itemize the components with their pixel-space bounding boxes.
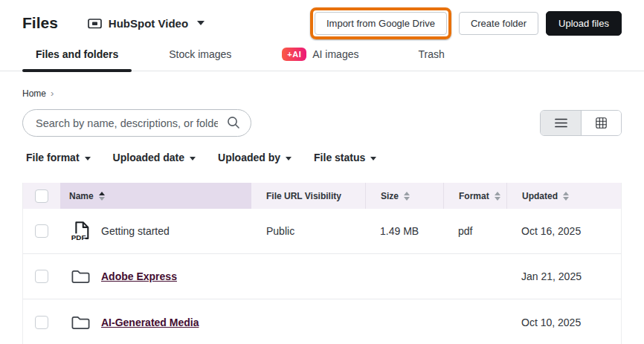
filter-label: File format <box>26 152 80 163</box>
header-actions: Import from Google Drive Create folder U… <box>310 7 622 39</box>
search-wrap <box>22 109 251 137</box>
filter-uploaded-date[interactable]: Uploaded date <box>113 152 196 163</box>
list-icon <box>555 118 567 128</box>
annotation-highlight: Import from Google Drive <box>310 7 451 39</box>
row-checkbox[interactable] <box>35 316 48 329</box>
column-label: Name <box>69 191 94 201</box>
row-checkbox[interactable] <box>35 270 48 283</box>
row-checkbox-cell <box>23 270 60 283</box>
tab-ai-images[interactable]: +AI AI images <box>268 42 372 71</box>
page-title: Files <box>22 14 58 32</box>
search-icon <box>227 116 240 132</box>
ai-badge: +AI <box>282 48 306 61</box>
sort-icons <box>563 192 569 201</box>
file-source-picker[interactable]: HubSpot Video <box>88 17 205 30</box>
sort-asc-icon <box>99 192 105 195</box>
updated-cell: Oct 10, 2025 <box>506 317 621 328</box>
column-label: Updated <box>522 191 558 201</box>
pdf-file-icon: PDF <box>69 220 91 243</box>
video-icon <box>88 18 103 29</box>
chevron-down-icon <box>197 21 205 25</box>
filter-file-format[interactable]: File format <box>26 152 91 163</box>
chevron-down-icon <box>370 157 376 160</box>
view-toggle <box>540 110 622 136</box>
sort-icons <box>495 192 500 201</box>
table-row: PDF Getting started Public 1.49 MB pdf O… <box>23 209 621 254</box>
filter-label: Uploaded date <box>113 152 184 163</box>
tab-label: AI images <box>312 48 358 60</box>
files-table: Name File URL Visibility Size Format Upd… <box>22 183 622 344</box>
updated-cell: Oct 16, 2025 <box>506 225 621 237</box>
table-row: AI-Generated Media Oct 10, 2025 <box>23 299 621 344</box>
name-cell: PDF Getting started <box>60 220 251 243</box>
size-cell: 1.49 MB <box>365 225 443 237</box>
tab-bar: Files and folders Stock images +AI AI im… <box>0 42 644 71</box>
chevron-down-icon <box>85 157 91 160</box>
column-header-name[interactable]: Name <box>60 183 251 209</box>
svg-text:PDF: PDF <box>71 233 86 241</box>
column-header-visibility: File URL Visibility <box>251 183 365 209</box>
sort-asc-icon <box>404 192 410 195</box>
filter-label: File status <box>314 152 365 163</box>
tab-label: Files and folders <box>36 48 118 60</box>
sort-desc-icon <box>563 197 569 201</box>
upload-files-button[interactable]: Upload files <box>546 11 622 36</box>
column-header-size[interactable]: Size <box>365 183 443 209</box>
row-checkbox[interactable] <box>35 224 48 238</box>
tab-label: Stock images <box>169 48 231 60</box>
table-header-row: Name File URL Visibility Size Format Upd… <box>23 183 621 209</box>
sort-asc-icon <box>563 192 569 195</box>
filter-bar: File format Uploaded date Uploaded by Fi… <box>0 137 644 163</box>
column-label: Size <box>381 191 399 201</box>
tab-stock-images[interactable]: Stock images <box>155 42 245 71</box>
create-folder-button[interactable]: Create folder <box>459 12 538 35</box>
breadcrumb-home[interactable]: Home <box>22 88 46 99</box>
select-all-checkbox[interactable] <box>35 189 48 203</box>
column-header-updated[interactable]: Updated <box>506 183 621 209</box>
tab-trash[interactable]: Trash <box>405 42 457 71</box>
chevron-down-icon <box>190 157 196 160</box>
filter-uploaded-by[interactable]: Uploaded by <box>218 152 292 163</box>
tab-files-and-folders[interactable]: Files and folders <box>22 42 132 71</box>
name-cell: AI-Generated Media <box>60 314 251 331</box>
sort-asc-icon <box>495 192 500 195</box>
column-header-format[interactable]: Format <box>443 183 506 209</box>
sort-icons <box>99 192 105 201</box>
folder-icon <box>69 268 91 285</box>
column-label: Format <box>459 191 489 201</box>
chevron-down-icon <box>286 157 292 160</box>
folder-link[interactable]: Adobe Express <box>101 270 177 282</box>
sort-icons <box>404 192 410 201</box>
grid-view-button[interactable] <box>581 111 621 135</box>
chevron-right-icon: › <box>51 88 54 99</box>
tab-label: Trash <box>418 48 444 60</box>
updated-cell: Jan 21, 2025 <box>506 270 621 282</box>
search-row <box>0 99 644 137</box>
file-name[interactable]: Getting started <box>101 225 170 237</box>
search-input[interactable] <box>22 109 251 137</box>
select-all-checkbox-cell <box>23 183 60 209</box>
import-google-drive-button[interactable]: Import from Google Drive <box>315 12 447 35</box>
column-label: File URL Visibility <box>266 191 341 201</box>
table-row: Adobe Express Jan 21, 2025 <box>23 254 621 299</box>
sort-desc-icon <box>495 197 500 201</box>
sort-desc-icon <box>404 197 410 201</box>
grid-icon <box>596 117 607 129</box>
page-header: Files HubSpot Video Import from Google D… <box>0 0 644 37</box>
picker-label: HubSpot Video <box>109 17 188 30</box>
sort-desc-icon <box>99 197 105 201</box>
breadcrumb: Home › <box>0 71 644 99</box>
folder-icon <box>69 314 91 331</box>
row-checkbox-cell <box>23 224 60 238</box>
filter-file-status[interactable]: File status <box>314 152 376 163</box>
row-checkbox-cell <box>23 316 60 329</box>
name-cell: Adobe Express <box>60 268 251 285</box>
filter-label: Uploaded by <box>218 152 280 163</box>
visibility-cell: Public <box>251 225 365 237</box>
format-cell: pdf <box>443 225 506 237</box>
folder-link[interactable]: AI-Generated Media <box>101 317 199 328</box>
list-view-button[interactable] <box>541 111 581 135</box>
